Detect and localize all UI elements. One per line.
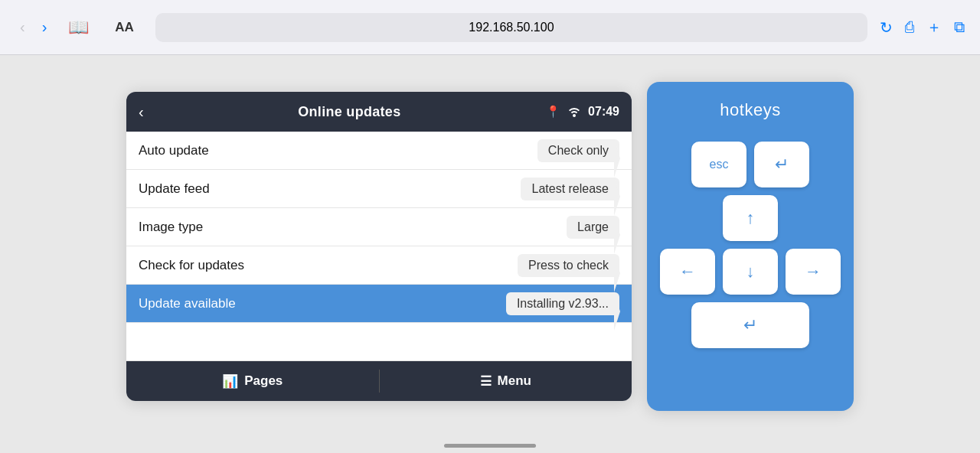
keys-row-middle: ← ↓ → <box>660 249 841 295</box>
device-footer: 📊 Pages ☰ Menu <box>126 361 632 401</box>
settings-row-image-type[interactable]: Image type Large <box>126 208 632 246</box>
auto-update-value: Check only <box>537 139 619 162</box>
space-key[interactable]: ↵ <box>691 302 809 348</box>
image-type-value: Large <box>567 216 619 239</box>
wifi-icon <box>567 105 582 119</box>
device-header: ‹ Online updates 📍 07:49 <box>126 92 632 132</box>
hotkeys-panel: hotkeys esc ↵ ↑ ← ↓ <box>647 82 854 411</box>
address-bar[interactable]: 192.168.50.100 <box>155 13 867 42</box>
left-key[interactable]: ← <box>660 249 715 295</box>
pages-icon: 📊 <box>222 373 238 389</box>
main-content: ‹ Online updates 📍 07:49 Auto update Che… <box>0 55 980 438</box>
pages-button[interactable]: 📊 Pages <box>126 361 379 401</box>
aa-label: AA <box>115 20 134 34</box>
update-available-label: Update available <box>139 296 506 311</box>
update-feed-value: Latest release <box>521 178 619 200</box>
device-panel: ‹ Online updates 📍 07:49 Auto update Che… <box>126 92 632 401</box>
share-button[interactable]: ⎙ <box>905 18 914 36</box>
location-icon: 📍 <box>546 105 560 119</box>
book-icon: 📖 <box>68 18 89 37</box>
settings-row-update-available[interactable]: Update available Installing v2.93... <box>126 285 632 323</box>
header-time: 07:49 <box>588 105 619 119</box>
settings-list: Auto update Check only Update feed Lates… <box>126 132 632 361</box>
settings-row-auto-update[interactable]: Auto update Check only <box>126 132 632 170</box>
settings-row-update-feed[interactable]: Update feed Latest release <box>126 170 632 208</box>
pages-label: Pages <box>244 373 283 389</box>
up-key[interactable]: ↑ <box>723 195 778 241</box>
tabs-button[interactable]: ⧉ <box>954 18 965 36</box>
aa-button[interactable]: AA <box>106 15 143 40</box>
hotkeys-title: hotkeys <box>720 100 780 120</box>
home-indicator <box>444 444 536 448</box>
down-key[interactable]: ↓ <box>723 249 778 295</box>
device-title: Online updates <box>153 104 546 120</box>
back-button[interactable]: ‹ <box>15 17 30 37</box>
keys-row-up: ↑ <box>723 195 778 241</box>
keys-row-space: ↵ <box>691 302 809 348</box>
image-type-label: Image type <box>139 220 567 235</box>
browser-chrome: ‹ › 📖 AA 192.168.50.100 ↻ ⎙ ＋ ⧉ <box>0 0 980 55</box>
check-updates-value: Press to check <box>518 254 619 277</box>
reload-button[interactable]: ↻ <box>880 18 893 37</box>
toolbar-right: ↻ ⎙ ＋ ⧉ <box>880 17 965 37</box>
menu-icon: ☰ <box>480 373 492 389</box>
nav-buttons: ‹ › <box>15 17 51 37</box>
esc-key[interactable]: esc <box>691 142 746 187</box>
new-tab-button[interactable]: ＋ <box>926 17 942 37</box>
menu-button[interactable]: ☰ Menu <box>380 361 632 401</box>
update-available-value: Installing v2.93... <box>506 292 619 315</box>
device-back-button[interactable]: ‹ <box>139 103 144 121</box>
check-updates-label: Check for updates <box>139 258 518 273</box>
right-key[interactable]: → <box>786 249 841 295</box>
empty-row <box>126 323 632 361</box>
menu-label: Menu <box>498 373 531 389</box>
auto-update-label: Auto update <box>139 143 537 158</box>
header-icons: 📍 07:49 <box>546 105 619 119</box>
settings-row-check-updates[interactable]: Check for updates Press to check <box>126 246 632 285</box>
keys-grid: esc ↵ ↑ ← ↓ → <box>662 142 838 348</box>
forward-button[interactable]: › <box>38 17 52 37</box>
bottom-bar <box>0 438 980 453</box>
keys-row-top: esc ↵ <box>691 142 809 187</box>
update-feed-label: Update feed <box>139 181 521 197</box>
url-text: 192.168.50.100 <box>469 21 554 34</box>
enter-key-top[interactable]: ↵ <box>754 142 809 187</box>
